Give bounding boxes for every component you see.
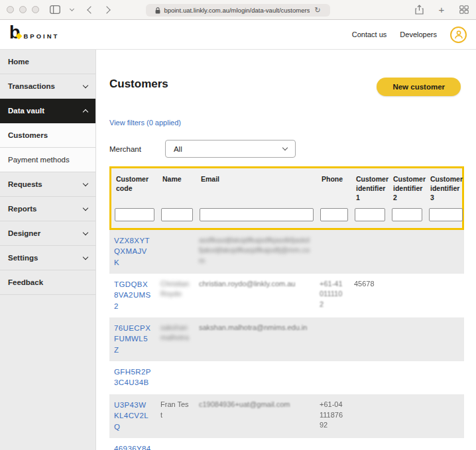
customer-code-link[interactable]: GFH5R2P3C4U34B [109,361,156,394]
filter-input-email[interactable] [200,208,314,221]
page-title: Customers [109,78,168,91]
browser-chrome: bpoint.uat.linkly.com.au/mlogin/data-vau… [0,0,476,20]
share-icon[interactable] [414,3,424,17]
cell-id2 [387,438,424,450]
customer-code-link[interactable]: TGDQBX8VA2UMS2 [109,274,156,317]
filter-input-id3[interactable] [429,208,463,221]
table-filter-row [111,205,462,228]
chevron-up-icon [83,109,88,114]
filter-cell [196,205,317,228]
cell-id1 [349,394,387,438]
column-header: Customer identifier 2 [388,168,426,205]
cell-email: sakshan.malhotra@nmims.edu.in [194,317,315,361]
cell-name: sakshan malhotra [156,317,194,361]
developers-link[interactable]: Developers [400,30,437,38]
cell-email [194,361,315,394]
sidebar-item-feedback[interactable]: Feedback [0,270,95,295]
customer-rows: VZX8XYTQXMAJVKasdfkasdjfaksjdfkajsdfkjas… [109,230,464,450]
customer-code-link[interactable]: U3P43WKL4CV2LQ [109,394,156,438]
cell-phone: +61-04 111876 92 [315,394,349,438]
cell-name: Christian Roydo [156,274,194,317]
window-minimize-button[interactable] [19,6,27,13]
filter-cell [111,205,158,228]
sidebar-item-home[interactable]: Home [0,50,95,74]
customer-code-link[interactable]: 46936Y84JZ474R [109,438,156,450]
forward-button[interactable] [101,3,112,17]
filter-input-name[interactable] [161,208,193,221]
filter-input-phone[interactable] [320,208,348,221]
user-icon [454,30,463,39]
view-filters-link[interactable]: View filters (0 applied) [109,119,181,127]
table-row: 46936Y84JZ474R [109,438,464,450]
sidebar-item-label: Customers [8,131,48,139]
cell-email: christian.roydo@linkly.com.au [194,274,315,317]
bpoint-logo[interactable]: bBPOINT [9,24,59,45]
chevron-down-icon [282,145,288,150]
cell-phone [315,438,349,450]
sidebar-toggle-icon[interactable] [50,3,60,17]
window-controls [7,6,39,13]
sidebar-item-settings[interactable]: Settings [0,246,95,270]
cell-name: Fran Test [156,394,194,438]
column-header: Customer code [111,168,158,205]
sidebar: HomeTransactionsData vaultCustomersPayme… [0,50,96,450]
table-row: VZX8XYTQXMAJVKasdfkasdjfaksjdfkajsdfkjas… [109,230,464,274]
cell-id2 [387,230,424,274]
cell-id1 [349,230,387,274]
main-content: Customers New customer View filters (0 a… [96,50,476,450]
customer-code-link[interactable]: 76UECPXFUMWL5Z [109,317,156,361]
sidebar-item-payment-methods[interactable]: Payment methods [0,148,95,172]
sidebar-item-requests[interactable]: Requests [0,172,95,197]
sidebar-item-designer[interactable]: Designer [0,221,95,246]
cell-id2 [387,317,424,361]
column-header: Customer identifier 1 [351,168,388,205]
contact-us-link[interactable]: Contact us [352,30,387,38]
back-button[interactable] [86,3,96,17]
app-header: bBPOINT Contact us Developers [0,20,476,50]
customers-table: Customer codeNameEmailPhoneCustomer iden… [109,166,464,450]
sidebar-dropdown-icon[interactable] [66,3,76,17]
cell-name [156,361,194,394]
merchant-selected-value: All [174,145,182,153]
new-customer-button[interactable]: New customer [377,78,461,96]
column-header: Name [158,168,196,205]
column-header: Customer identifier 3 [426,168,466,205]
customer-code-link[interactable]: VZX8XYTQXMAJVK [109,230,156,274]
filter-input-code[interactable] [115,208,154,221]
new-tab-button[interactable]: + [436,3,447,17]
cell-name [156,438,194,450]
sidebar-item-label: Settings [8,254,38,262]
cell-name [156,230,194,274]
filter-cell [158,205,196,228]
filter-cell [351,205,388,228]
url-bar[interactable]: bpoint.uat.linkly.com.au/mlogin/data-vau… [146,4,330,17]
profile-button[interactable] [450,27,467,43]
window-zoom-button[interactable] [32,6,39,13]
table-filter-box: Customer codeNameEmailPhoneCustomer iden… [109,166,464,230]
cell-id3 [424,230,464,274]
cell-phone: +61-41 0111102 [315,274,349,317]
cell-id1: 45678 [349,274,387,317]
cell-phone [315,317,349,361]
cell-id2 [387,361,424,394]
table-header-row: Customer codeNameEmailPhoneCustomer iden… [111,168,462,205]
tab-overview-icon[interactable] [459,3,469,17]
sidebar-item-transactions[interactable]: Transactions [0,74,95,99]
filter-input-id2[interactable] [392,208,422,221]
column-header: Phone [317,168,351,205]
filter-input-id1[interactable] [355,208,385,221]
chevron-down-icon [83,82,88,87]
cell-id3 [424,361,464,394]
sidebar-item-customers[interactable]: Customers [0,123,95,148]
sidebar-item-reports[interactable]: Reports [0,197,95,221]
sidebar-item-label: Designer [8,229,40,237]
table-row: 76UECPXFUMWL5Zsakshan malhotrasakshan.ma… [109,317,464,361]
table-row: U3P43WKL4CV2LQFran Testc19084936+uat@gma… [109,394,464,438]
merchant-select[interactable]: All [165,140,296,158]
lock-icon [155,7,160,14]
cell-id2 [387,394,424,438]
window-close-button[interactable] [7,6,14,13]
sidebar-item-data-vault[interactable]: Data vault [0,99,95,123]
logo-wordmark: BPOINT [24,32,60,40]
refresh-icon[interactable]: ↻ [314,6,320,15]
